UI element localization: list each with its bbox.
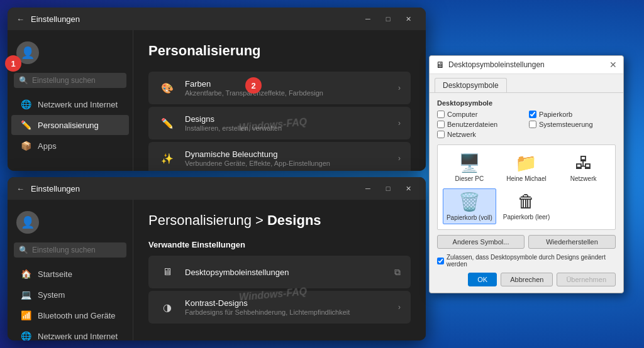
footer-checkbox-label: Zulassen, dass Desktopsymbole durch Desi… — [447, 254, 616, 268]
checkbox-papierkorb-input[interactable] — [529, 111, 536, 118]
checkbox-computer[interactable]: Computer — [437, 111, 524, 118]
dialog-tab-desktopsymbole[interactable]: Desktopsymbole — [435, 78, 507, 92]
nav-label-bluetooth: Bluetooth und Geräte — [38, 311, 116, 320]
cancel-button[interactable]: Abbrechen — [501, 273, 553, 286]
sidebar-1: 👤 🔍 🌐 Netzwerk und Internet ✏️ Personali… — [8, 30, 133, 171]
dialog-close-button[interactable]: ✕ — [609, 60, 617, 70]
footer-checkbox-area[interactable]: Zulassen, dass Desktopsymbole durch Desi… — [437, 254, 616, 268]
checkbox-netzwerk[interactable]: Netzwerk — [437, 131, 524, 138]
bluetooth-icon: 📶 — [20, 310, 31, 321]
heine-michael-label: Heine Michael — [506, 175, 546, 182]
desktopsymbol-icon: 🖥 — [158, 263, 176, 281]
minimize-button-1[interactable]: ─ — [359, 13, 377, 25]
beleuchtung-icon: ✨ — [158, 150, 176, 167]
sidebar-2: 👤 🔍 🏠 Startseite 💻 System 📶 Bluetooth un… — [8, 200, 133, 340]
symbol-buttons: Anderes Symbol... Wiederherstellen — [437, 235, 616, 249]
nav-label-netzwerk-1: Netzwerk und Internet — [38, 100, 118, 109]
breadcrumb-current: Designs — [267, 212, 321, 228]
wiederherstellen-button[interactable]: Wiederherstellen — [528, 235, 616, 249]
apply-button[interactable]: Übernehmen — [557, 273, 616, 286]
settings-row-designs[interactable]: ✏️ Designs Installieren, erstellen, verw… — [148, 107, 411, 139]
main-content-2: Personalisierung > Designs Verwandte Ein… — [133, 200, 426, 340]
panel1-title: Einstellungen — [31, 14, 80, 24]
checkbox-computer-label: Computer — [447, 111, 477, 118]
designs-title: Designs — [185, 114, 282, 124]
settings-panel-2: ← Einstellungen ─ □ ✕ 👤 🔍 🏠 Startseite 💻… — [8, 177, 426, 340]
papierkorb-voll-label: Papierkorb (voll) — [447, 214, 492, 221]
search-icon-2: 🔍 — [19, 246, 28, 254]
back-button-1[interactable]: ← — [16, 14, 25, 24]
search-box-2[interactable]: 🔍 — [14, 242, 126, 258]
maximize-button-2[interactable]: □ — [379, 182, 397, 195]
anderes-symbol-button[interactable]: Anderes Symbol... — [437, 235, 525, 249]
papierkorb-voll-img: 🗑️ — [458, 192, 480, 212]
close-button-1[interactable]: ✕ — [399, 13, 417, 25]
footer-checkbox-input[interactable] — [437, 258, 444, 264]
nav-item-netzwerk-1[interactable]: 🌐 Netzwerk und Internet — [11, 94, 129, 114]
ok-button[interactable]: OK — [468, 273, 497, 286]
beleuchtung-title: Dynamische Beleuchtung — [185, 150, 330, 159]
search-box-1[interactable]: 🔍 — [14, 73, 126, 88]
icon-heine-michael[interactable]: 📁 Heine Michael — [500, 150, 553, 185]
settings-row-desktopsymbol[interactable]: 🖥 Desktopsymboleinstellungen ⧉ — [148, 256, 411, 288]
icon-papierkorb-voll[interactable]: 🗑️ Papierkorb (voll) — [443, 188, 496, 224]
back-button-2[interactable]: ← — [16, 184, 25, 193]
nav-item-system[interactable]: 💻 System — [11, 285, 129, 305]
icon-netzwerk[interactable]: 🖧 Netzwerk — [557, 150, 610, 185]
close-button-2[interactable]: ✕ — [399, 182, 417, 195]
minimize-button-2[interactable]: ─ — [359, 182, 377, 195]
win-controls-1: ─ □ ✕ — [359, 13, 417, 25]
title-bar-2: ← Einstellungen ─ □ ✕ — [8, 177, 426, 200]
nav-item-startseite[interactable]: 🏠 Startseite — [11, 264, 129, 284]
main-title-1: Personalisierung — [148, 43, 411, 59]
icon-papierkorb-leer[interactable]: 🗑 Papierkorb (leer) — [500, 188, 553, 224]
icon-grid: 🖥️ Dieser PC 📁 Heine Michael 🖧 Netzwerk … — [437, 144, 616, 230]
maximize-button-1[interactable]: □ — [379, 13, 397, 25]
checkbox-netzwerk-label: Netzwerk — [447, 131, 476, 138]
settings-panel-1: ← Einstellungen ─ □ ✕ 👤 🔍 🌐 Netzwerk und… — [8, 8, 426, 171]
section-label-2: Verwandte Einstellungen — [148, 240, 411, 249]
checkbox-computer-input[interactable] — [437, 111, 445, 118]
nav-label-apps-1: Apps — [38, 141, 57, 151]
checkbox-papierkorb[interactable]: Papierkorb — [529, 111, 616, 118]
beleuchtung-sub: Verbundene Geräte, Effekte, App-Einstell… — [185, 160, 330, 167]
dialog-tabs: Desktopsymbole — [430, 74, 623, 93]
dialog-title-bar: 🖥 Desktopsymboleinstellungen ✕ — [430, 56, 623, 74]
heine-michael-img: 📁 — [515, 153, 537, 173]
title-bar-1: ← Einstellungen ─ □ ✕ — [8, 8, 426, 30]
nav-item-personalisierung-1[interactable]: ✏️ Personalisierung — [11, 115, 129, 135]
nav-label-personalisierung-1: Personalisierung — [38, 121, 99, 130]
farben-arrow: › — [398, 84, 401, 92]
checkbox-systemsteuerung[interactable]: Systemsteuerung — [529, 121, 616, 128]
designs-icon: ✏️ — [158, 114, 176, 132]
nav-item-netzwerk-2[interactable]: 🌐 Netzwerk und Internet — [11, 326, 129, 340]
kontrast-title: Kontrast-Designs — [185, 298, 350, 308]
panel2-title: Einstellungen — [31, 184, 80, 193]
network-icon-2: 🌐 — [20, 330, 31, 340]
netzwerk-dialog-img: 🖧 — [575, 153, 592, 173]
checkbox-systemsteuerung-input[interactable] — [529, 121, 536, 128]
desktopsymbol-ext: ⧉ — [394, 267, 401, 278]
nav-item-bluetooth[interactable]: 📶 Bluetooth und Geräte — [11, 305, 129, 325]
search-icon-1: 🔍 — [19, 76, 28, 85]
checkbox-benutzerdateien-input[interactable] — [437, 121, 445, 128]
dialog-body: Desktopsymbole Computer Papierkorb Benut… — [430, 93, 623, 293]
checkbox-benutzerdateien[interactable]: Benutzerdateien — [437, 121, 524, 128]
dialog-buttons-row: OK Abbrechen Übernehmen — [437, 273, 616, 286]
breadcrumb-sep: > — [255, 212, 267, 228]
nav-item-apps-1[interactable]: 📦 Apps — [11, 136, 129, 156]
win-controls-2: ─ □ ✕ — [359, 182, 417, 195]
network-icon-1: 🌐 — [20, 99, 31, 110]
search-input-2[interactable] — [32, 246, 126, 254]
settings-row-farben[interactable]: 🎨 Farben Akzentfarbe, Transparenzeffekte… — [148, 72, 411, 104]
desktopsymbol-text: Desktopsymboleinstellungen — [185, 268, 289, 277]
step-badge-2: 2 — [245, 77, 262, 94]
checkbox-netzwerk-input[interactable] — [437, 131, 445, 138]
settings-row-beleuchtung[interactable]: ✨ Dynamische Beleuchtung Verbundene Gerä… — [148, 142, 411, 171]
search-input-1[interactable] — [32, 76, 126, 85]
system-icon: 💻 — [20, 289, 31, 300]
kontrast-sub: Farbdesigns für Sehbehinderung, Lichtemp… — [185, 308, 350, 316]
nav-label-startseite: Startseite — [38, 269, 72, 279]
settings-row-kontrast[interactable]: ◑ Kontrast-Designs Farbdesigns für Sehbe… — [148, 291, 411, 324]
icon-dieser-pc[interactable]: 🖥️ Dieser PC — [443, 150, 496, 185]
